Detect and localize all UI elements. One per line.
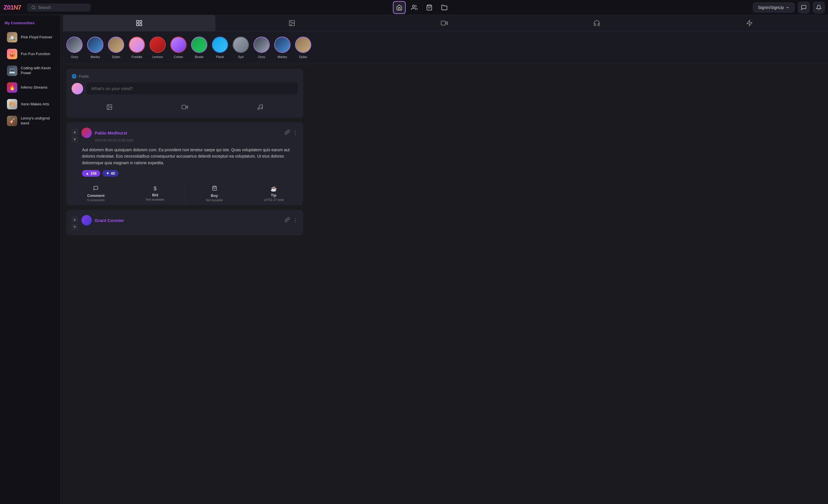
story-avatar	[108, 37, 124, 53]
post-more-button-2[interactable]: ⋮	[293, 217, 298, 223]
sidebar-item-coding[interactable]: 💻 Coding with Kevin Powel	[2, 62, 58, 79]
story-label: Ozzy	[71, 55, 78, 58]
story-avatar-bg	[171, 37, 186, 52]
downvote-button[interactable]: ▼	[72, 136, 78, 142]
sidebar-item-lenny[interactable]: 🎸 Lenny's undrgrnd band	[2, 113, 58, 129]
buy-button[interactable]: Buy Not buyable	[185, 182, 244, 205]
community-avatar-placeholder-coding: 💻	[7, 66, 17, 76]
community-list: 🏔️ Pink Floyd Forever 🎪 Fun Fun Function…	[0, 29, 60, 129]
story-item[interactable]: Lennon	[150, 37, 166, 58]
story-item[interactable]: Freddie	[129, 37, 145, 58]
nav-center-icons	[94, 1, 749, 14]
post-author-name-2[interactable]: Grant Cormier	[95, 218, 124, 223]
video-icon	[441, 19, 448, 27]
nav-folder-button[interactable]	[438, 1, 451, 14]
upvote-button[interactable]: ▲	[72, 129, 78, 135]
story-label: Freddie	[131, 55, 142, 58]
headphones-icon	[593, 19, 600, 27]
compose-music-icon	[257, 104, 263, 110]
tip-button[interactable]: ☕ Tip ь4752.27 total	[244, 182, 303, 205]
svg-point-2	[413, 5, 415, 7]
svg-rect-4	[136, 20, 138, 23]
tab-grid[interactable]	[63, 15, 215, 31]
nav-home-button[interactable]	[393, 1, 406, 14]
post-author-name[interactable]: Pablo Medhurst	[95, 130, 127, 135]
post-link-button-2[interactable]	[285, 217, 290, 224]
story-avatar	[170, 37, 187, 53]
downvote-badge[interactable]: ▼ 40	[102, 170, 118, 177]
story-item[interactable]: Dylan	[108, 37, 124, 58]
community-name-fun-fun: Fun Fun Function	[21, 52, 50, 56]
users-icon	[411, 4, 417, 11]
downvote-count: 40	[111, 171, 115, 175]
community-avatar-xeno: 🎨	[7, 99, 17, 110]
signin-button[interactable]: SignIn/SignUp	[753, 3, 794, 12]
community-avatar-coding: 💻	[7, 66, 17, 76]
downvote-arrow: ▼	[106, 171, 110, 175]
story-item[interactable]: Ozzy	[67, 37, 83, 58]
top-navigation: Z01N7 Search SignI	[0, 0, 828, 15]
story-item[interactable]: Dylan	[295, 37, 311, 58]
compose-visibility-label: Public	[79, 74, 89, 79]
upvote-button-2[interactable]: ▲	[72, 216, 78, 222]
buy-icon	[212, 185, 217, 192]
compose-music-button[interactable]	[252, 101, 268, 113]
post-card-2: ▲ ▼ Grant Cormier	[67, 210, 303, 235]
tab-video[interactable]	[368, 15, 521, 31]
compose-avatar	[72, 83, 83, 94]
story-item[interactable]: Plank	[212, 37, 228, 58]
svg-rect-11	[441, 21, 446, 25]
bid-icon: $	[154, 185, 157, 192]
tab-audio[interactable]	[521, 15, 673, 31]
story-item[interactable]: Marley	[274, 37, 290, 58]
story-item[interactable]: Syd	[233, 37, 249, 58]
chat-icon	[801, 5, 806, 10]
story-label: Syd	[238, 55, 244, 58]
search-bar[interactable]: Search	[27, 3, 91, 11]
story-avatar-bg	[233, 37, 248, 52]
story-item[interactable]: Cohen	[170, 37, 187, 58]
nav-right-area: SignIn/SignUp	[753, 2, 825, 13]
sidebar-item-fun-fun[interactable]: 🎪 Fun Fun Function	[2, 46, 58, 62]
story-avatar	[150, 37, 166, 53]
community-avatar-placeholder-pink-floyd: 🏔️	[7, 32, 17, 42]
nav-users-button[interactable]	[408, 1, 421, 14]
story-item[interactable]: Ozzy	[253, 37, 270, 58]
compose-box: 🌐 Public	[67, 69, 303, 118]
downvote-button-2[interactable]: ▼	[72, 224, 78, 230]
sidebar-item-xeno[interactable]: 🎨 Xeno Makes Arts	[2, 96, 58, 112]
tip-label: Tip	[271, 193, 276, 198]
story-item[interactable]: Bowie	[191, 37, 207, 58]
compose-input[interactable]	[87, 83, 298, 94]
compose-video-button[interactable]	[177, 101, 193, 113]
notifications-button[interactable]	[813, 2, 825, 13]
story-item[interactable]: Marley	[87, 37, 104, 58]
comment-label: Comment	[87, 194, 105, 198]
nav-shop-button[interactable]	[423, 1, 436, 14]
sidebar-item-pink-floyd[interactable]: 🏔️ Pink Floyd Forever	[2, 29, 58, 45]
compose-image-button[interactable]	[101, 101, 117, 113]
svg-point-0	[32, 6, 35, 9]
chat-button[interactable]	[798, 2, 810, 13]
bid-button[interactable]: $ Bid Not available	[126, 182, 185, 205]
community-avatar-fun-fun: 🎪	[7, 49, 17, 59]
tab-flash[interactable]	[673, 15, 826, 31]
feed: 🌐 Public	[60, 64, 309, 245]
signin-label: SignIn/SignUp	[758, 5, 784, 10]
story-label: Bowie	[195, 55, 204, 58]
svg-marker-10	[446, 22, 448, 25]
tab-image[interactable]	[215, 15, 368, 31]
post-card: ▲ ▼ Pablo Medhurst	[67, 122, 303, 205]
upvote-badge[interactable]: ▲ 156	[82, 170, 100, 177]
post-author-section: Pablo Medhurst ⋮	[81, 128, 298, 142]
post-more-button[interactable]: ⋮	[293, 130, 298, 136]
community-name-pink-floyd: Pink Floyd Forever	[21, 35, 52, 40]
post-link-button[interactable]	[285, 130, 290, 136]
story-avatar-bg	[296, 37, 310, 52]
comment-button[interactable]: Comment 5 comments	[67, 182, 126, 205]
sidebar-item-inferno[interactable]: 🔥 Inferno Streams	[2, 79, 58, 95]
community-avatar-placeholder-xeno: 🎨	[7, 99, 17, 110]
app-logo: Z01N7	[3, 4, 24, 11]
community-avatar-placeholder-lenny: 🎸	[7, 116, 17, 126]
svg-point-18	[261, 108, 263, 109]
